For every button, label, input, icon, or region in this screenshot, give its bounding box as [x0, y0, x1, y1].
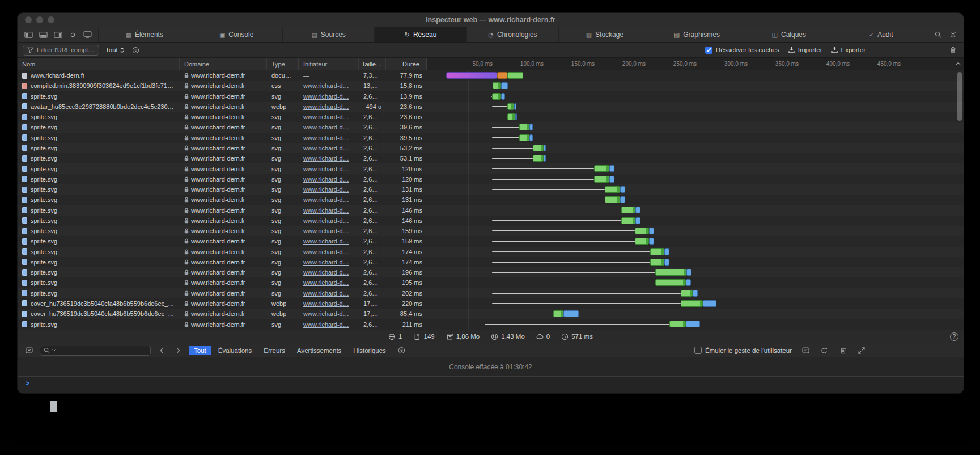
table-row[interactable]: compiled.min.38390909f303624ed9e1cf1bd3f…	[18, 81, 964, 91]
clear-network-trash-icon[interactable]	[947, 44, 958, 56]
initiator[interactable]: www.richard-d…	[303, 228, 349, 234]
refresh-icon[interactable]	[818, 345, 830, 356]
initiator[interactable]: www.richard-d…	[303, 82, 349, 89]
expand-console-icon[interactable]	[856, 345, 867, 356]
help-button[interactable]: ?	[950, 332, 958, 341]
table-row[interactable]: sprite.svg www.richard-dern.fr svg www.r…	[18, 247, 964, 257]
column-header-domaine[interactable]: Domaine	[180, 58, 267, 70]
initiator[interactable]: www.richard-d…	[303, 248, 349, 255]
table-row[interactable]: cover_hu736519dc3b5040cfa48b6b559b6de6ec…	[18, 309, 964, 319]
table-row[interactable]: sprite.svg www.richard-dern.fr svg www.r…	[18, 226, 964, 236]
initiator[interactable]: www.richard-d…	[303, 196, 349, 203]
dock-left-icon[interactable]	[23, 29, 34, 40]
console-dock-icon[interactable]	[23, 345, 35, 356]
table-row[interactable]: sprite.svg www.richard-dern.fr svg www.r…	[18, 195, 964, 205]
console-scope-avertissements[interactable]: Avertissements	[292, 346, 346, 355]
table-row[interactable]: sprite.svg www.richard-dern.fr svg www.r…	[18, 236, 964, 246]
table-row[interactable]: sprite.svg www.richard-dern.fr svg www.r…	[18, 163, 964, 174]
waterfall-collapse-icon[interactable]	[956, 62, 961, 65]
initiator[interactable]: www.richard-d…	[303, 103, 349, 110]
column-header-taille[interactable]: Taille…	[359, 58, 386, 70]
table-row[interactable]: sprite.svg www.richard-dern.fr svg www.r…	[18, 153, 964, 163]
console-prompt[interactable]: >	[18, 377, 964, 393]
console-panel-icon[interactable]	[800, 345, 811, 356]
table-row[interactable]: sprite.svg www.richard-dern.fr svg www.r…	[18, 133, 964, 143]
table-row[interactable]: sprite.svg www.richard-dern.fr svg www.r…	[18, 184, 964, 195]
initiator[interactable]: www.richard-d…	[303, 155, 349, 162]
table-row[interactable]: sprite.svg www.richard-dern.fr svg www.r…	[18, 143, 964, 153]
initiator[interactable]: www.richard-d…	[303, 238, 349, 245]
tab-chronologies[interactable]: ◔Chronologies	[467, 27, 559, 42]
clear-console-trash-icon[interactable]	[837, 345, 849, 356]
initiator[interactable]: www.richard-d…	[303, 310, 349, 317]
resource-type-select[interactable]: Tout	[105, 47, 124, 53]
console-scope-tout[interactable]: Tout	[189, 346, 211, 355]
console-search-field[interactable]	[40, 346, 151, 356]
tab-audit[interactable]: ✓Audit	[835, 27, 927, 42]
initiator[interactable]: www.richard-d…	[303, 279, 349, 286]
emulate-gesture-checkbox[interactable]: Émuler le geste de l'utilisateur	[694, 347, 792, 354]
export-button[interactable]: Exporter	[831, 47, 866, 53]
table-row[interactable]: sprite.svg www.richard-dern.fr svg www.r…	[18, 122, 964, 132]
close-button[interactable]	[25, 16, 32, 23]
tab-elements[interactable]: ▦Éléments	[99, 27, 190, 42]
initiator[interactable]: www.richard-d…	[303, 134, 349, 141]
gear-icon[interactable]	[947, 29, 958, 40]
column-header-duree[interactable]: Durée	[386, 58, 427, 70]
initiator[interactable]: www.richard-d…	[303, 186, 349, 193]
tab-console[interactable]: ▣Console	[190, 27, 282, 42]
initiator[interactable]: www.richard-d…	[303, 145, 349, 151]
table-row[interactable]: sprite.svg www.richard-dern.fr svg www.r…	[18, 216, 964, 226]
table-row[interactable]: sprite.svg www.richard-dern.fr svg www.r…	[18, 91, 964, 102]
tab-graphismes[interactable]: ▧Graphismes	[651, 27, 743, 42]
dock-right-icon[interactable]	[52, 29, 63, 40]
previous-result-icon[interactable]	[156, 345, 167, 356]
initiator[interactable]: www.richard-d…	[303, 300, 349, 307]
import-button[interactable]: Importer	[788, 47, 822, 53]
table-row[interactable]: sprite.svg www.richard-dern.fr svg www.r…	[18, 174, 964, 184]
initiator[interactable]: www.richard-d…	[303, 269, 349, 276]
next-result-icon[interactable]	[172, 345, 184, 356]
initiator[interactable]: www.richard-d…	[303, 93, 349, 100]
initiator[interactable]: www.richard-d…	[303, 290, 349, 297]
device-icon[interactable]	[82, 29, 93, 40]
table-row[interactable]: sprite.svg www.richard-dern.fr svg www.r…	[18, 267, 964, 277]
initiator[interactable]: www.richard-d…	[303, 124, 349, 130]
column-header-type[interactable]: Type	[267, 58, 299, 70]
table-row[interactable]: www.richard-dern.fr www.richard-dern.fr …	[18, 70, 964, 81]
console-scope-erreurs[interactable]: Erreurs	[258, 346, 290, 355]
table-row[interactable]: avatar_hu85ecc3e298728880b0bde2dcc4e5c23…	[18, 102, 964, 112]
tab-reseau[interactable]: ↻Réseau	[375, 27, 466, 42]
url-filter-field[interactable]: Filtrer l'URL complète	[23, 45, 99, 56]
minimize-button[interactable]	[36, 16, 43, 23]
initiator[interactable]: www.richard-d…	[303, 217, 349, 224]
initiator[interactable]: www.richard-d…	[303, 113, 349, 120]
element-picker-icon[interactable]	[67, 29, 78, 40]
dock-bottom-icon[interactable]	[37, 29, 49, 40]
tab-stockage[interactable]: ▥Stockage	[559, 27, 651, 42]
initiator[interactable]: www.richard-d…	[303, 259, 349, 266]
console-scope-evaluations[interactable]: Évaluations	[213, 346, 257, 355]
tab-sources[interactable]: ▤Sources	[283, 27, 375, 42]
column-header-initiateur[interactable]: Initiateur	[299, 58, 359, 70]
tab-calques[interactable]: ◫Calques	[743, 27, 835, 42]
initiator[interactable]: www.richard-d…	[303, 166, 349, 172]
initiator[interactable]: www.richard-d…	[303, 207, 349, 214]
table-row[interactable]: sprite.svg www.richard-dern.fr svg www.r…	[18, 112, 964, 122]
filter-options-icon[interactable]	[130, 44, 142, 56]
initiator[interactable]: www.richard-d…	[303, 176, 349, 183]
table-row[interactable]: sprite.svg www.richard-dern.fr svg www.r…	[18, 319, 964, 329]
zoom-button[interactable]	[48, 16, 54, 23]
table-row[interactable]: sprite.svg www.richard-dern.fr svg www.r…	[18, 257, 964, 267]
disable-caches-checkbox[interactable]: Désactiver les caches	[705, 47, 779, 54]
search-icon[interactable]	[932, 29, 944, 40]
console-filter-options-icon[interactable]	[396, 345, 408, 356]
table-row[interactable]: sprite.svg www.richard-dern.fr svg www.r…	[18, 205, 964, 215]
column-header-nom[interactable]: Nom	[18, 58, 180, 70]
table-row[interactable]: sprite.svg www.richard-dern.fr svg www.r…	[18, 277, 964, 288]
console-scope-historiques[interactable]: Historiques	[348, 346, 391, 355]
console-search-input[interactable]	[58, 347, 147, 354]
initiator[interactable]: www.richard-d…	[303, 321, 349, 328]
table-row[interactable]: cover_hu736519dc3b5040cfa48b6b559b6de6ec…	[18, 298, 964, 309]
table-row[interactable]: sprite.svg www.richard-dern.fr svg www.r…	[18, 288, 964, 298]
